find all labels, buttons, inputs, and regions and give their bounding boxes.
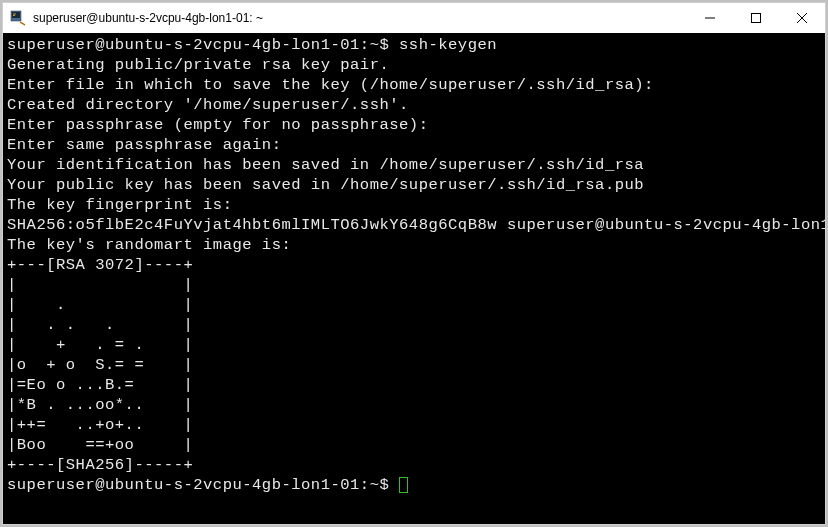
terminal-window: superuser@ubuntu-s-2vcpu-4gb-lon1-01: ~ … (2, 2, 826, 525)
maximize-button[interactable] (733, 3, 779, 33)
randomart-line: +---[RSA 3072]----+ (7, 255, 821, 275)
randomart-line: |o + o S.= = | (7, 355, 821, 375)
randomart-line: | . | (7, 295, 821, 315)
randomart-line: |*B . ...oo*.. | (7, 395, 821, 415)
output-line: Created directory '/home/superuser/.ssh'… (7, 95, 821, 115)
shell-prompt: superuser@ubuntu-s-2vcpu-4gb-lon1-01:~$ (7, 36, 399, 54)
window-title: superuser@ubuntu-s-2vcpu-4gb-lon1-01: ~ (33, 11, 687, 25)
terminal-output[interactable]: superuser@ubuntu-s-2vcpu-4gb-lon1-01:~$ … (3, 33, 825, 524)
randomart-line: |=Eo o ...B.= | (7, 375, 821, 395)
cursor-icon (399, 477, 408, 493)
output-line: SHA256:o5flbE2c4FuYvjat4hbt6mlIMLTO6JwkY… (7, 215, 821, 235)
output-line: Enter passphrase (empty for no passphras… (7, 115, 821, 135)
window-controls (687, 3, 825, 33)
output-line: Your public key has been saved in /home/… (7, 175, 821, 195)
close-button[interactable] (779, 3, 825, 33)
randomart-line: | . . . | (7, 315, 821, 335)
putty-icon (9, 9, 27, 27)
randomart-line: | | (7, 275, 821, 295)
svg-rect-7 (752, 14, 761, 23)
randomart-line: |++= ..+o+.. | (7, 415, 821, 435)
shell-prompt: superuser@ubuntu-s-2vcpu-4gb-lon1-01:~$ (7, 476, 399, 494)
output-line: The key's randomart image is: (7, 235, 821, 255)
minimize-button[interactable] (687, 3, 733, 33)
command-text: ssh-keygen (399, 36, 497, 54)
output-line: Enter file in which to save the key (/ho… (7, 75, 821, 95)
randomart-line: |Boo ==+oo | (7, 435, 821, 455)
titlebar[interactable]: superuser@ubuntu-s-2vcpu-4gb-lon1-01: ~ (3, 3, 825, 33)
output-line: Enter same passphrase again: (7, 135, 821, 155)
svg-rect-1 (12, 12, 20, 18)
randomart-line: | + . = . | (7, 335, 821, 355)
output-line: Your identification has been saved in /h… (7, 155, 821, 175)
output-line: Generating public/private rsa key pair. (7, 55, 821, 75)
output-line: The key fingerprint is: (7, 195, 821, 215)
randomart-line: +----[SHA256]-----+ (7, 455, 821, 475)
